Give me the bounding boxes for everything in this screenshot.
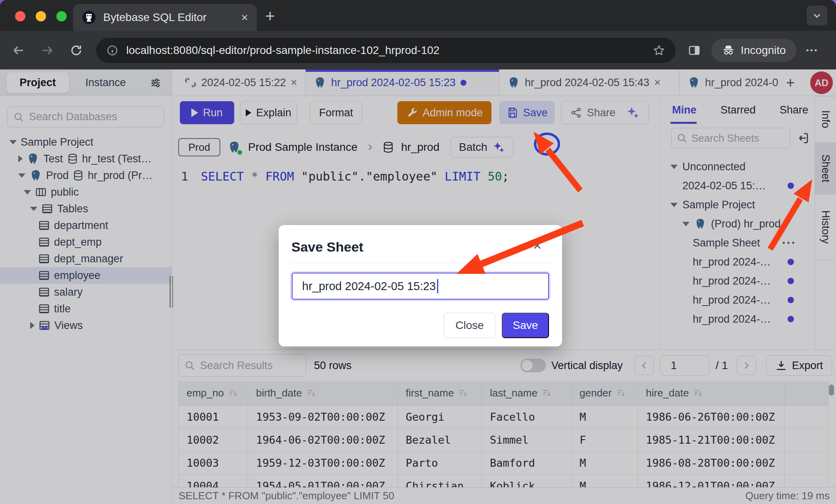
tab-close-icon[interactable]: × [241, 11, 248, 24]
sort-icon[interactable] [228, 388, 239, 399]
sidebar-resize-handle[interactable] [170, 276, 173, 308]
database-name[interactable]: hr_prod [401, 141, 440, 154]
sheet-group-hr-prod[interactable]: (Prod) hr_prod [660, 214, 815, 233]
caret-down-icon[interactable] [10, 140, 17, 144]
editor-tab-3[interactable]: hr_prod 2024-0 [680, 69, 778, 96]
dialog-close-icon[interactable]: × [533, 239, 541, 253]
tree-item-title[interactable]: title [0, 300, 171, 317]
sheet-group-sample-project[interactable]: Sample Project [660, 195, 815, 214]
caret-down-icon[interactable] [30, 207, 37, 211]
table-row[interactable]: 100011953-09-02T00:00:00ZGeorgiFacelloM1… [179, 405, 828, 428]
sheet-item[interactable]: hr_prod 2024-… [660, 252, 815, 271]
explain-button[interactable]: Explain [240, 101, 297, 124]
page-number-input[interactable] [660, 355, 709, 376]
sort-icon[interactable] [458, 388, 469, 399]
browser-menu-button[interactable]: ⋮ [805, 44, 819, 56]
prev-page-button[interactable] [635, 356, 654, 375]
browser-tab[interactable]: Bytebase SQL Editor × [73, 4, 257, 31]
sheet-item[interactable]: hr_prod 2024-… [660, 290, 815, 310]
results-search[interactable] [178, 354, 306, 377]
caret-down-icon[interactable] [670, 203, 678, 207]
sheet-search-input[interactable] [692, 132, 785, 144]
tree-item-tables-group[interactable]: Tables [0, 200, 171, 217]
tab-mine[interactable]: Mine [672, 104, 697, 116]
caret-right-icon[interactable] [30, 322, 35, 329]
table-row[interactable]: 100031959-12-03T00:00:00ZPartoBamfordM19… [179, 451, 828, 474]
database-search-input[interactable] [29, 111, 158, 123]
sort-icon[interactable] [693, 388, 704, 399]
tree-item-sample-project[interactable]: Sample Project [0, 134, 171, 150]
column-header[interactable]: hire_date [638, 381, 785, 405]
back-button[interactable] [11, 43, 25, 58]
avatar[interactable]: AD [810, 71, 833, 94]
caret-down-icon[interactable] [18, 173, 25, 178]
close-icon[interactable]: × [654, 76, 661, 89]
caret-down-icon[interactable] [24, 190, 31, 194]
sheet-name-input[interactable]: hr_prod 2024-02-05 15:23 [292, 273, 549, 300]
tree-item-dept-emp[interactable]: dept_emp [0, 234, 171, 250]
database-search[interactable] [7, 106, 164, 127]
sheet-item[interactable]: 2024-02-05 15:… [660, 176, 815, 195]
tree-item-employee[interactable]: employee [0, 267, 171, 284]
sort-icon[interactable] [306, 388, 317, 399]
results-search-input[interactable] [200, 360, 300, 372]
sort-icon[interactable] [616, 388, 627, 399]
format-button[interactable]: Format [310, 101, 362, 124]
scrollbar-thumb[interactable] [829, 385, 834, 396]
forward-button[interactable] [40, 43, 55, 58]
sheet-search[interactable] [671, 128, 790, 148]
tree-item-views-group[interactable]: Views [0, 317, 171, 334]
column-header[interactable]: last_name [482, 381, 572, 405]
environment-chip[interactable]: Prod [178, 138, 220, 156]
export-button[interactable]: Export [766, 355, 832, 376]
tree-item-dept-manager[interactable]: dept_manager [0, 250, 171, 267]
caret-down-icon[interactable] [670, 165, 678, 169]
caret-down-icon[interactable] [682, 222, 690, 226]
column-header[interactable]: first_name [398, 381, 482, 405]
admin-mode-button[interactable]: Admin mode [397, 101, 491, 124]
tab-info[interactable]: Info [815, 96, 836, 143]
new-tab-button[interactable]: + [265, 6, 275, 27]
sheet-item[interactable]: hr_prod 2024-… [660, 271, 815, 290]
save-button[interactable]: Save [502, 313, 549, 338]
window-close-button[interactable] [15, 11, 25, 21]
side-panel-icon[interactable] [688, 44, 701, 57]
bookmark-star-icon[interactable] [653, 44, 665, 57]
column-header[interactable]: gender [572, 381, 638, 405]
sheet-item-sample-sheet[interactable]: Sample Sheet ··· [660, 233, 815, 252]
editor-tab-2[interactable]: hr_prod 2024-02-05 15:43 × [499, 69, 680, 96]
sql-code-line[interactable]: 1 SELECT * FROM "public"."employee" LIMI… [172, 169, 660, 183]
editor-tab-active[interactable]: hr_prod 2024-02-05 15:23 [306, 69, 499, 96]
tab-share[interactable]: Share [780, 104, 808, 116]
tree-item-hr-prod[interactable]: Prod hr_prod (Pr… [0, 167, 171, 184]
tab-instance[interactable]: Instance [78, 69, 133, 96]
column-header[interactable]: emp_no [179, 381, 248, 405]
more-options-icon[interactable]: ··· [782, 236, 796, 250]
site-info-icon[interactable] [106, 44, 118, 56]
window-zoom-button[interactable] [56, 11, 67, 21]
share-button[interactable]: Share [561, 101, 649, 124]
tree-item-department[interactable]: department [0, 217, 171, 234]
save-sheet-button[interactable]: Save [499, 101, 555, 124]
ai-sparkle-icon[interactable] [626, 106, 640, 119]
caret-right-icon[interactable] [18, 155, 23, 162]
reload-button[interactable] [70, 44, 83, 57]
run-button[interactable]: Run [180, 101, 234, 124]
next-page-button[interactable] [737, 356, 756, 375]
tab-sheet[interactable]: Sheet [815, 143, 836, 194]
close-icon[interactable]: × [291, 76, 297, 89]
sort-icon[interactable] [541, 388, 553, 399]
close-button[interactable]: Close [444, 313, 495, 338]
table-row[interactable]: 100041954-05-01T00:00:00ZChirstianKoblic… [179, 474, 828, 487]
vertical-display-toggle[interactable] [520, 359, 546, 372]
sheet-item[interactable]: hr_prod 2024-… [660, 310, 815, 329]
add-tab-button[interactable]: + [778, 69, 803, 96]
instance-name[interactable]: Prod Sample Instance [248, 141, 358, 154]
table-row[interactable]: 100021964-06-02T00:00:00ZBezalelSimmelF1… [179, 428, 828, 451]
batch-button[interactable]: Batch [451, 137, 513, 158]
filter-sliders-icon[interactable] [149, 77, 162, 89]
tab-starred[interactable]: Starred [720, 104, 756, 116]
column-header[interactable]: birth_date [248, 381, 398, 405]
sheet-group-unconnected[interactable]: Unconnected [660, 157, 815, 176]
import-sheet-icon[interactable] [797, 131, 810, 145]
